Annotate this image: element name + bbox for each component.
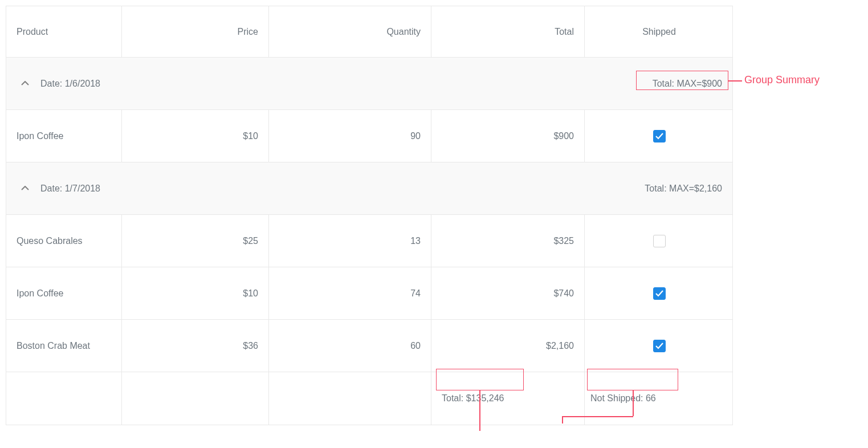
group-label: Date: 1/7/2018 bbox=[40, 184, 100, 194]
cell-quantity: 74 bbox=[269, 267, 431, 319]
column-header-price[interactable]: Price bbox=[122, 6, 269, 57]
cell-value: Boston Crab Meat bbox=[17, 341, 90, 351]
group-header[interactable]: Date: 1/7/2018 Total: MAX=$2,160 bbox=[6, 162, 732, 215]
callout-connector bbox=[633, 390, 634, 416]
cell-price: $10 bbox=[122, 267, 269, 319]
cell-product: Queso Cabrales bbox=[6, 215, 122, 267]
group-header-left: Date: 1/7/2018 bbox=[21, 184, 100, 194]
cell-value: $325 bbox=[553, 236, 574, 246]
cell-value: Queso Cabrales bbox=[17, 236, 83, 246]
table-row: Queso Cabrales $25 13 $325 bbox=[6, 215, 732, 267]
shipped-checkbox[interactable] bbox=[653, 340, 666, 352]
cell-value: $900 bbox=[553, 131, 574, 141]
cell-price: $25 bbox=[122, 215, 269, 267]
cell-value: $740 bbox=[553, 288, 574, 299]
cell-value: 60 bbox=[410, 341, 421, 351]
cell-quantity: 13 bbox=[269, 215, 431, 267]
cell-product: Boston Crab Meat bbox=[6, 320, 122, 372]
cell-value: Ipon Coffee bbox=[17, 131, 63, 141]
table-row: Ipon Coffee $10 90 $900 bbox=[6, 110, 732, 162]
header-label: Price bbox=[238, 27, 258, 37]
header-label: Shipped bbox=[642, 27, 676, 37]
cell-product: Ipon Coffee bbox=[6, 110, 122, 162]
cell-value: Ipon Coffee bbox=[17, 288, 63, 299]
callout-connector bbox=[562, 416, 633, 417]
cell-shipped bbox=[585, 320, 733, 372]
data-grid: Product Price Quantity Total Shipped Dat… bbox=[6, 6, 733, 425]
callout-label-total-summaries: Total Summaries bbox=[491, 430, 568, 431]
table-row: Ipon Coffee $10 74 $740 bbox=[6, 267, 732, 320]
cell-product: Ipon Coffee bbox=[6, 267, 122, 319]
cell-value: $2,160 bbox=[546, 341, 574, 351]
cell-price: $36 bbox=[122, 320, 269, 372]
cell-value: 90 bbox=[410, 131, 421, 141]
column-header-product[interactable]: Product bbox=[6, 6, 122, 57]
cell-quantity: 90 bbox=[269, 110, 431, 162]
footer-total-label: Total: $135,246 bbox=[442, 393, 504, 404]
cell-shipped bbox=[585, 215, 733, 267]
callout-connector bbox=[728, 80, 742, 82]
column-header-row: Product Price Quantity Total Shipped bbox=[6, 6, 732, 58]
cell-total: $325 bbox=[431, 215, 585, 267]
cell-value: $36 bbox=[243, 341, 258, 351]
column-header-quantity[interactable]: Quantity bbox=[269, 6, 431, 57]
chevron-up-icon[interactable] bbox=[21, 186, 29, 192]
shipped-checkbox[interactable] bbox=[653, 130, 666, 142]
header-label: Total bbox=[555, 27, 574, 37]
cell-price: $10 bbox=[122, 110, 269, 162]
callout-label-group-summary: Group Summary bbox=[744, 74, 820, 86]
cell-total: $2,160 bbox=[431, 320, 585, 372]
cell-total: $900 bbox=[431, 110, 585, 162]
group-summary: Total: MAX=$2,160 bbox=[645, 184, 722, 194]
shipped-checkbox[interactable] bbox=[653, 235, 666, 247]
cell-total: $740 bbox=[431, 267, 585, 319]
cell-value: 74 bbox=[410, 288, 421, 299]
header-label: Quantity bbox=[386, 27, 421, 37]
footer-not-shipped-label: Not Shipped: 66 bbox=[590, 393, 656, 404]
group-header-left: Date: 1/6/2018 bbox=[21, 79, 100, 89]
cell-value: $10 bbox=[243, 288, 258, 299]
column-header-total[interactable]: Total bbox=[431, 6, 585, 57]
cell-quantity: 60 bbox=[269, 320, 431, 372]
table-row: Boston Crab Meat $36 60 $2,160 bbox=[6, 320, 732, 372]
cell-value: 13 bbox=[410, 236, 421, 246]
cell-shipped bbox=[585, 267, 733, 319]
header-label: Product bbox=[17, 27, 48, 37]
group-summary: Total: MAX=$900 bbox=[653, 79, 722, 89]
group-label: Date: 1/6/2018 bbox=[40, 79, 100, 89]
cell-value: $25 bbox=[243, 236, 258, 246]
shipped-checkbox[interactable] bbox=[653, 287, 666, 300]
callout-connector bbox=[479, 390, 480, 431]
cell-value: $10 bbox=[243, 131, 258, 141]
column-header-shipped[interactable]: Shipped bbox=[585, 6, 733, 57]
callout-connector bbox=[562, 416, 563, 423]
cell-shipped bbox=[585, 110, 733, 162]
group-header[interactable]: Date: 1/6/2018 Total: MAX=$900 bbox=[6, 58, 732, 110]
chevron-up-icon[interactable] bbox=[21, 81, 29, 87]
